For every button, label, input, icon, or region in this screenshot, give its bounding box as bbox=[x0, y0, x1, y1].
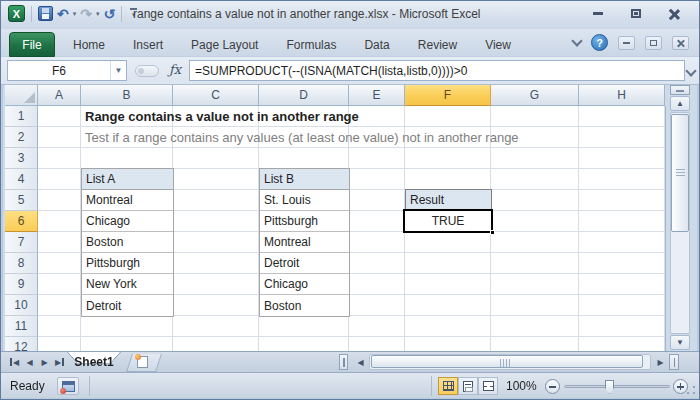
undo-icon[interactable]: ↶ bbox=[57, 7, 69, 21]
expand-formula-bar-icon[interactable] bbox=[685, 65, 696, 76]
tab-insert[interactable]: Insert bbox=[119, 32, 177, 57]
row-header-1[interactable]: 1 bbox=[5, 106, 38, 127]
result-header-cell[interactable]: Result bbox=[405, 189, 492, 210]
column-header-g[interactable]: G bbox=[491, 85, 579, 106]
repeat-icon[interactable]: ↺ bbox=[104, 7, 116, 21]
worksheet-subtitle-cell[interactable]: Test if a range contains any values (at … bbox=[85, 130, 519, 145]
scroll-up-icon[interactable]: ▲ bbox=[670, 96, 690, 111]
next-sheet-icon[interactable]: ▶ bbox=[37, 354, 52, 370]
horizontal-scroll-track[interactable] bbox=[369, 354, 651, 370]
row-header-12[interactable]: 12 bbox=[5, 337, 38, 351]
tab-page-layout[interactable]: Page Layout bbox=[177, 32, 272, 57]
tab-home[interactable]: Home bbox=[59, 32, 119, 57]
window-title: range contains a value not in another ra… bbox=[133, 7, 481, 21]
list-b-cell[interactable]: Pittsburgh bbox=[260, 211, 349, 232]
horizontal-split-handle[interactable] bbox=[669, 354, 679, 370]
row-header-11[interactable]: 11 bbox=[5, 316, 38, 337]
list-a-header-cell[interactable]: List A bbox=[82, 169, 173, 190]
macro-record-button[interactable] bbox=[57, 377, 79, 395]
zoom-out-button[interactable] bbox=[545, 379, 560, 394]
name-box-dropdown-icon[interactable]: ▼ bbox=[110, 61, 126, 80]
list-b-cell[interactable]: Detroit bbox=[260, 253, 349, 274]
tab-review[interactable]: Review bbox=[404, 32, 471, 57]
select-all-corner[interactable] bbox=[5, 85, 38, 106]
column-header-h[interactable]: H bbox=[579, 85, 665, 106]
first-sheet-icon[interactable]: ◀ bbox=[7, 354, 22, 370]
formula-input[interactable]: =SUMPRODUCT(--(ISNA(MATCH(lista,listb,0)… bbox=[189, 60, 685, 81]
resize-grip[interactable] bbox=[685, 384, 697, 396]
list-a-cell[interactable]: Detroit bbox=[82, 295, 173, 316]
column-header-b[interactable]: B bbox=[81, 85, 173, 106]
row-header-9[interactable]: 9 bbox=[5, 274, 38, 295]
excel-window: X ↶ ▾ ↷ ▾ ↺ ▾ range contains a value not… bbox=[0, 0, 700, 400]
list-b-header-cell[interactable]: List B bbox=[260, 169, 349, 190]
vertical-split-handle[interactable] bbox=[670, 85, 690, 95]
tab-formulas[interactable]: Formulas bbox=[272, 32, 350, 57]
row-header-4[interactable]: 4 bbox=[5, 169, 38, 190]
list-b-table: List B St. Louis Pittsburgh Montreal Det… bbox=[259, 168, 350, 317]
row-header-5[interactable]: 5 bbox=[5, 190, 38, 211]
fx-icon[interactable]: ƒx bbox=[164, 62, 186, 77]
expand-ribbon-icon[interactable] bbox=[571, 35, 582, 46]
zoom-slider[interactable] bbox=[564, 385, 670, 388]
row-header-10[interactable]: 10 bbox=[5, 295, 38, 316]
hscroll-left-icon[interactable]: ◀ bbox=[353, 354, 368, 370]
insert-worksheet-icon[interactable] bbox=[137, 356, 148, 368]
column-header-a[interactable]: A bbox=[38, 85, 81, 106]
previous-sheet-icon[interactable]: ◀ bbox=[22, 354, 37, 370]
vertical-scroll-track[interactable] bbox=[670, 112, 690, 334]
column-header-d[interactable]: D bbox=[259, 85, 349, 106]
view-page-break-button[interactable] bbox=[478, 377, 498, 395]
minimize-button[interactable] bbox=[587, 6, 609, 21]
normal-view-icon bbox=[443, 381, 454, 391]
list-a-cell[interactable]: Chicago bbox=[82, 211, 173, 232]
column-header-e[interactable]: E bbox=[349, 85, 405, 106]
help-icon[interactable]: ? bbox=[591, 34, 608, 51]
list-a-cell[interactable]: New York bbox=[82, 274, 173, 295]
redo-dropdown-icon[interactable]: ▾ bbox=[96, 10, 100, 18]
tab-split-handle[interactable] bbox=[339, 354, 348, 370]
excel-logo-icon[interactable]: X bbox=[8, 5, 25, 22]
selected-cell-f6[interactable]: TRUE bbox=[403, 209, 493, 233]
list-b-cell[interactable]: Chicago bbox=[260, 274, 349, 295]
cell-grid[interactable]: Range contains a value not in another ra… bbox=[38, 106, 666, 351]
list-a-cell[interactable]: Montreal bbox=[82, 190, 173, 211]
workbook-restore-button[interactable] bbox=[645, 36, 662, 50]
restore-button[interactable] bbox=[625, 6, 647, 21]
ribbon-right-controls: ? bbox=[573, 34, 689, 51]
tab-view[interactable]: View bbox=[471, 32, 525, 57]
workbook-minimize-button[interactable] bbox=[618, 36, 635, 50]
close-button[interactable] bbox=[663, 6, 685, 21]
zoom-slider-thumb[interactable] bbox=[605, 380, 614, 394]
list-b-cell[interactable]: Montreal bbox=[260, 232, 349, 253]
vertical-scroll-thumb[interactable] bbox=[671, 114, 689, 232]
hscroll-right-icon[interactable]: ▶ bbox=[653, 354, 668, 370]
name-box[interactable]: F6 ▼ bbox=[7, 60, 127, 81]
column-header-f-selected[interactable]: F bbox=[405, 85, 491, 106]
row-header-6-selected[interactable]: 6 bbox=[5, 211, 38, 232]
ribbon-tab-row: File Home Insert Page Layout Formulas Da… bbox=[1, 29, 699, 57]
fill-handle[interactable] bbox=[490, 230, 495, 235]
redo-icon[interactable]: ↷ bbox=[80, 7, 92, 21]
tab-file[interactable]: File bbox=[9, 32, 55, 57]
column-header-c[interactable]: C bbox=[173, 85, 259, 106]
view-normal-button[interactable] bbox=[438, 377, 458, 395]
tab-sheet1[interactable]: Sheet1 bbox=[63, 352, 125, 372]
horizontal-scroll-thumb[interactable] bbox=[371, 355, 643, 368]
view-page-layout-button[interactable] bbox=[458, 377, 478, 395]
tab-data[interactable]: Data bbox=[350, 32, 403, 57]
list-a-cell[interactable]: Boston bbox=[82, 232, 173, 253]
row-header-7[interactable]: 7 bbox=[5, 232, 38, 253]
row-header-3[interactable]: 3 bbox=[5, 148, 38, 169]
worksheet-title-cell[interactable]: Range contains a value not in another ra… bbox=[85, 109, 359, 124]
status-bar: Ready 100% bbox=[1, 372, 699, 398]
row-header-2[interactable]: 2 bbox=[5, 127, 38, 148]
list-b-cell[interactable]: St. Louis bbox=[260, 190, 349, 211]
save-icon[interactable] bbox=[38, 6, 53, 21]
row-header-8[interactable]: 8 bbox=[5, 253, 38, 274]
list-a-cell[interactable]: Pittsburgh bbox=[82, 253, 173, 274]
scroll-down-icon[interactable]: ▼ bbox=[670, 335, 690, 350]
list-b-cell[interactable]: Boston bbox=[260, 295, 349, 316]
undo-dropdown-icon[interactable]: ▾ bbox=[73, 10, 77, 18]
workbook-close-button[interactable] bbox=[672, 36, 689, 50]
